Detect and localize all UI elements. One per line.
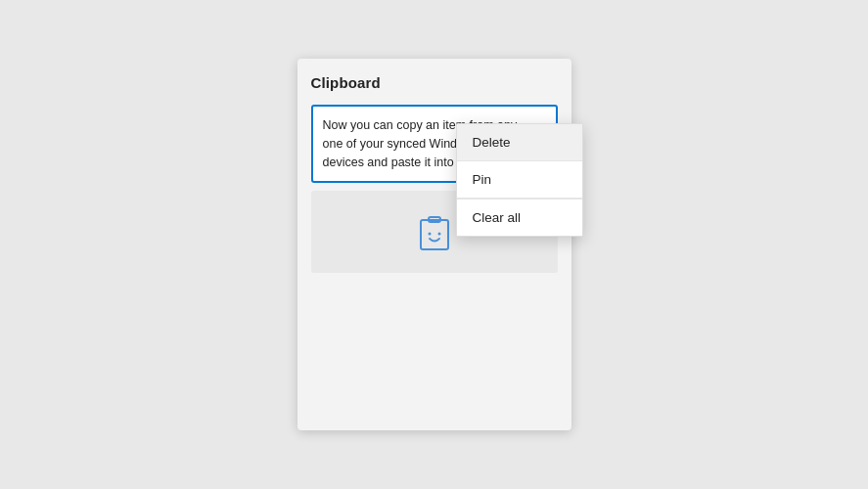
svg-point-3	[437, 233, 440, 236]
svg-point-2	[428, 233, 431, 236]
context-menu-pin[interactable]: Pin	[457, 161, 582, 199]
context-menu-clear-all[interactable]: Clear all	[457, 200, 582, 236]
context-menu-delete[interactable]: Delete	[457, 124, 582, 160]
context-menu: Delete Pin Clear all	[456, 123, 583, 237]
clipboard-face-icon	[413, 210, 456, 253]
svg-rect-0	[421, 220, 448, 249]
panel-title: Clipboard	[311, 74, 558, 91]
clipboard-panel: Clipboard Now you can copy an item from …	[297, 59, 571, 430]
